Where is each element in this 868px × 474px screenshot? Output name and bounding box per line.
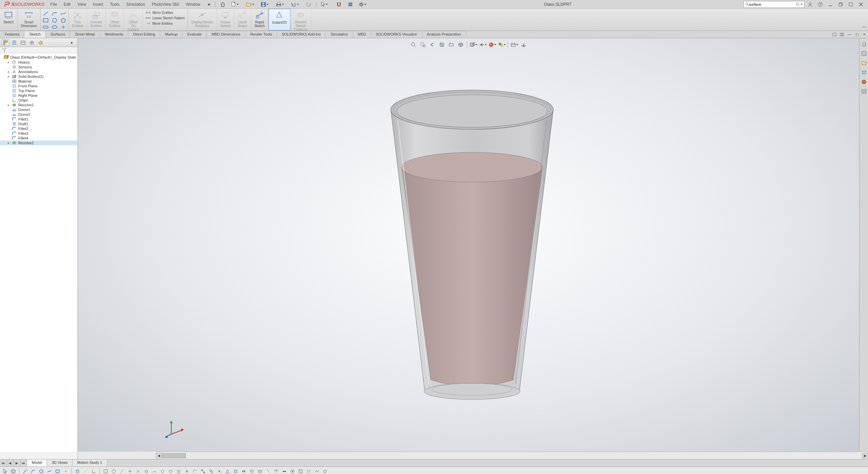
tool-10[interactable]: [175, 468, 182, 474]
redo-button[interactable]: [304, 1, 313, 8]
search-input[interactable]: [749, 2, 796, 6]
slot-icon[interactable]: [43, 24, 49, 30]
fm-tab-config-manager[interactable]: [19, 39, 27, 46]
tool-4[interactable]: [126, 468, 134, 474]
taskpane-home[interactable]: [860, 40, 868, 48]
bottom-tab-model[interactable]: Model: [27, 459, 47, 467]
offset-on-surface-command[interactable]: Offset On Surface: [124, 9, 143, 30]
print-button[interactable]: [274, 1, 287, 8]
tool-22[interactable]: [273, 468, 280, 474]
bottom-tab-motion-study-1[interactable]: Motion Study 1: [72, 459, 107, 467]
tree-root[interactable]: Glass (Default<<Default>_Display State: [0, 55, 78, 60]
tool-15[interactable]: [216, 468, 223, 474]
hscroll-left[interactable]: ◀: [156, 453, 162, 458]
command-search[interactable]: [743, 1, 804, 8]
edit-appearance-button[interactable]: [488, 41, 496, 48]
taskpane-file-explorer[interactable]: [860, 59, 868, 67]
ribbon-collapse-chevron[interactable]: ︽: [862, 23, 866, 29]
tool-17[interactable]: [232, 468, 239, 474]
tree-item-draft1[interactable]: Draft1: [0, 122, 78, 126]
tool-1[interactable]: [102, 468, 109, 474]
tree-item-front-plane[interactable]: Front Plane: [0, 84, 78, 88]
login-button[interactable]: [806, 1, 815, 8]
fm-tab-expand[interactable]: ▸: [68, 39, 76, 46]
new-doc-button[interactable]: [230, 1, 242, 8]
tree-item-annotations[interactable]: ▸AAnnotations: [0, 69, 78, 74]
tool-9[interactable]: [167, 468, 174, 474]
maximize-button[interactable]: [846, 1, 855, 8]
bottom-tab-scroll-left[interactable]: ◀: [7, 459, 14, 467]
home-button[interactable]: [218, 1, 227, 8]
circle-icon[interactable]: [51, 18, 58, 23]
save-button[interactable]: [259, 1, 272, 8]
move-entities-command[interactable]: Move Entities: [146, 21, 185, 26]
tree-item-fillet1[interactable]: Fillet1: [0, 117, 78, 122]
spline-icon[interactable]: [60, 11, 66, 16]
cm-tab-weldments[interactable]: Weldments: [100, 31, 128, 38]
tool-28[interactable]: [321, 468, 329, 474]
fm-tab-dimxpert[interactable]: [28, 39, 36, 46]
select-tool[interactable]: [1, 468, 9, 474]
view-orientation-tool[interactable]: [9, 468, 17, 474]
convert-entities-command[interactable]: Convert Entities: [87, 9, 106, 30]
circle-tool[interactable]: [38, 468, 45, 474]
doc-close-button[interactable]: ✕: [861, 31, 868, 38]
chevron-down-icon[interactable]: [801, 4, 803, 5]
coord-tool[interactable]: [90, 468, 97, 474]
graphics-view[interactable]: [78, 38, 859, 452]
tool-18[interactable]: [240, 468, 247, 474]
rect-tool[interactable]: [54, 468, 61, 474]
rapid-sketch-command[interactable]: Rapid Sketch: [251, 9, 269, 30]
dynamic-annotation-button[interactable]: [447, 41, 455, 48]
cm-tab-render-tools[interactable]: Render Tools: [245, 31, 277, 38]
tree-item-dome2[interactable]: Dome2: [0, 112, 78, 117]
apply-scene-button[interactable]: [498, 41, 506, 48]
tool-12[interactable]: [191, 468, 199, 474]
tool-23[interactable]: [281, 468, 288, 474]
repair-sketch-command[interactable]: Repair Sketch: [217, 9, 235, 30]
trim-entities-command[interactable]: Trim Entities: [69, 9, 87, 30]
bottom-tab-3d-views[interactable]: 3D Views: [47, 459, 72, 467]
tool-19[interactable]: [248, 468, 256, 474]
tree-item-right-plane[interactable]: Right Plane: [0, 93, 78, 98]
cm-tab-solidworks-visualize[interactable]: SOLIDWORKS Visualize: [371, 31, 422, 38]
taskpane-design-library[interactable]: [860, 50, 868, 57]
doc-minimize-button[interactable]: —: [846, 31, 853, 38]
expand-icon[interactable]: ▸: [7, 70, 10, 73]
tool-25[interactable]: [297, 468, 304, 474]
expand-icon[interactable]: ▸: [7, 75, 10, 78]
tree-item-solid-bodies-2-[interactable]: ▸Solid Bodies(2): [0, 74, 78, 79]
axis-tool[interactable]: [82, 468, 89, 474]
ellipse-icon[interactable]: [51, 24, 58, 30]
line-tool[interactable]: [21, 468, 29, 474]
hide-show-button[interactable]: [479, 41, 487, 48]
sketch-command[interactable]: Sketch: [0, 9, 18, 30]
tree-item-history[interactable]: ▸History: [0, 60, 78, 65]
minimize-button[interactable]: [826, 1, 835, 8]
fm-filter-bar[interactable]: [0, 47, 78, 53]
orientation-triad[interactable]: [165, 418, 186, 438]
tool-2[interactable]: [110, 468, 117, 474]
line-icon[interactable]: [43, 11, 49, 16]
tool-20[interactable]: [256, 468, 264, 474]
viewport-link-button[interactable]: [838, 31, 846, 38]
cm-tab-markup[interactable]: Markup: [160, 31, 182, 38]
bottom-tab-scroll-end[interactable]: ⏭: [20, 459, 27, 467]
tool-5[interactable]: [134, 468, 142, 474]
plane-tool[interactable]: [74, 468, 81, 474]
cm-tab-sketch[interactable]: Sketch: [24, 31, 46, 38]
fm-tab-feature-tree[interactable]: [1, 39, 9, 46]
view-settings-button[interactable]: [510, 41, 518, 48]
tool-7[interactable]: [151, 468, 158, 474]
arc-icon[interactable]: [51, 11, 58, 16]
cm-tab-sheet-metal[interactable]: Sheet Metal: [70, 31, 100, 38]
fm-tab-display-manager[interactable]: [37, 39, 45, 46]
menu-photoview-360[interactable]: PhotoView 360: [149, 2, 183, 7]
hscroll-thumb[interactable]: [162, 453, 186, 458]
fm-tab-property-manager[interactable]: [10, 39, 18, 46]
tool-6[interactable]: [143, 468, 150, 474]
tool-14[interactable]: [208, 468, 215, 474]
tree-item-origin[interactable]: Origin: [0, 98, 78, 103]
menu-file[interactable]: File: [47, 2, 60, 7]
view-orientation-button[interactable]: [457, 41, 465, 48]
